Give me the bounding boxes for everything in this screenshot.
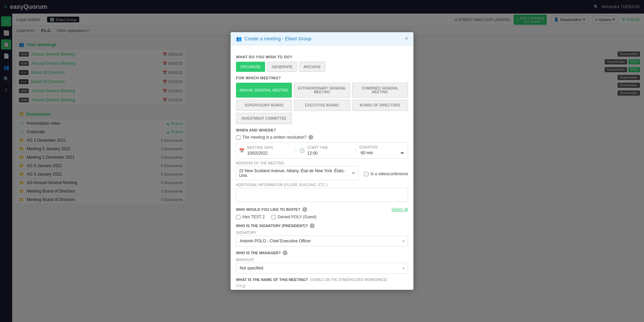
bod-button[interactable]: BOARD OF DIRECTORS [352, 100, 408, 111]
invite-check-gerard: Gerard POLY (Guest) [272, 215, 317, 219]
modal-title-text: Create a meeting - Eliant Group [244, 36, 312, 41]
written-resolution-row: The meeting is a written resolution? i [236, 135, 408, 140]
title-field-label: TITLE [236, 284, 408, 288]
duration-label: DURATION [360, 145, 405, 149]
select-all-link[interactable]: Select all [391, 207, 408, 212]
additional-info-textarea[interactable] [236, 188, 408, 202]
start-time-field: START TIME [307, 146, 353, 156]
modal-body: WHAT DO YOU WISH TO DO? ORGANISE GENERAT… [231, 45, 413, 290]
invitee-label-gerard: Gerard POLY (Guest) [278, 215, 317, 219]
manager-info-icon[interactable]: i [283, 250, 287, 255]
invitee-label-alex: Alex TEST 2 [242, 215, 265, 219]
agm-button[interactable]: ANNUAL GENERAL MEETING [236, 83, 292, 98]
executive-button[interactable]: EXECUTIVE BOARD [294, 100, 350, 111]
create-meeting-modal: 👥 Create a meeting - Eliant Group × WHAT… [231, 32, 413, 290]
signatory-header: WHO IS THE SIGNATORY (PRESIDENT)? i [236, 223, 408, 228]
modal-title: 👥 Create a meeting - Eliant Group [236, 36, 312, 41]
videoconf-check: Is a videoconference [364, 172, 408, 176]
meeting-name-sub: (VISIBLE ON THE STAKEHOLDER WORKSPACE) [310, 278, 387, 282]
start-time-input[interactable] [307, 151, 353, 156]
signatory-label: WHO IS THE SIGNATORY (PRESIDENT)? [236, 224, 308, 228]
generate-button[interactable]: GENERATE [267, 62, 297, 72]
organise-button[interactable]: ORGANISE [236, 62, 265, 72]
investment-button[interactable]: INVESTMENT COMMITTEE [236, 113, 292, 124]
meeting-date-input[interactable] [247, 151, 293, 156]
action-buttons-group: ORGANISE GENERATE ARCHIVE [236, 62, 408, 72]
manager-header: WHO IS THE MANAGER? i [236, 250, 408, 255]
info-icon[interactable]: i [308, 135, 313, 140]
address-row: 22 New Scotland Avenue, Albany, État de … [236, 166, 408, 182]
modal-header: 👥 Create a meeting - Eliant Group × [231, 32, 413, 45]
additional-info-label: ADDITIONAL INFORMATION (FLOOR, BUILDING,… [236, 183, 408, 187]
videoconf-label: Is a videoconference [370, 172, 408, 176]
signatory-info-icon[interactable]: i [310, 223, 315, 228]
address-text-value: 22 New Scotland Avenue, Albany, État de … [239, 168, 350, 178]
duration-field: DURATION 60 min 30 min 90 min 120 min [360, 145, 405, 156]
cgm-button[interactable]: COMBINED GENERAL MEETING [352, 83, 408, 98]
meeting-name-label: WHAT IS THE NAME OF THIS MEETING? [236, 278, 308, 282]
address-display: 22 New Scotland Avenue, Albany, État de … [236, 166, 359, 180]
invite-info-icon[interactable]: i [302, 207, 307, 212]
date-time-container: 📅 MEETING DATE | 🕐 START TIME | DURATION… [236, 142, 408, 159]
meeting-date-field: MEETING DATE [247, 146, 293, 156]
videoconf-checkbox[interactable] [364, 172, 368, 176]
signatory-arrow: ▾ [403, 239, 404, 243]
manager-field-label: MANAGER [236, 258, 408, 262]
calendar-icon: 📅 [239, 148, 244, 153]
date-label: MEETING DATE [247, 146, 293, 149]
title-display: Annual General Meeting [236, 289, 408, 290]
invite-header: WHO WOULD YOU LIKE TO INVITE? i Select a… [236, 207, 408, 212]
written-resolution-checkbox[interactable] [236, 135, 240, 140]
when-where-label: WHEN AND WHERE? [236, 128, 408, 132]
signatory-field-label: SIGNATORY [236, 231, 408, 235]
manager-arrow: ▾ [403, 266, 404, 270]
invite-check-alex: Alex TEST 2 [236, 215, 265, 219]
meeting-type-grid: ANNUAL GENERAL MEETING EXTRAORDINARY GEN… [236, 83, 408, 124]
for-which-label: FOR WHICH MEETING? [236, 76, 408, 80]
clock-icon: 🕐 [299, 148, 305, 153]
supervisory-button[interactable]: SUPERVISORY BOARD [236, 100, 292, 111]
signatory-value: Antonin POLO - Chief Executive Officer [240, 239, 311, 243]
edit-icon[interactable]: ✏ [352, 171, 356, 176]
modal-overlay: 👥 Create a meeting - Eliant Group × WHAT… [0, 0, 644, 322]
modal-icon: 👥 [236, 36, 242, 41]
duration-select[interactable]: 60 min 30 min 90 min 120 min [360, 150, 405, 156]
written-resolution-label: The meeting is a written resolution? [242, 135, 306, 140]
meeting-name-header: WHAT IS THE NAME OF THIS MEETING? (VISIB… [236, 278, 408, 282]
manager-dropdown[interactable]: Not specified ▾ [236, 263, 408, 274]
archive-button[interactable]: ARCHIVE [299, 62, 325, 72]
invitee-checkbox-gerard[interactable] [272, 215, 276, 219]
invitee-checkbox-alex[interactable] [236, 215, 240, 219]
manager-value: Not specified [240, 266, 263, 270]
what-section-label: WHAT DO YOU WISH TO DO? [236, 55, 408, 59]
manager-label: WHO IS THE MANAGER? [236, 251, 281, 255]
invite-label: WHO WOULD YOU LIKE TO INVITE? [236, 207, 300, 212]
address-field-label: ADDRESS OF THE MEETING [236, 161, 408, 165]
egm-button[interactable]: EXTRAORDINARY GENERAL MEETING [294, 83, 350, 98]
modal-close-button[interactable]: × [405, 36, 408, 42]
start-time-label: START TIME [307, 146, 353, 149]
signatory-dropdown[interactable]: Antonin POLO - Chief Executive Officer ▾ [236, 236, 408, 246]
invite-checkboxes: Alex TEST 2 Gerard POLY (Guest) [236, 215, 408, 219]
